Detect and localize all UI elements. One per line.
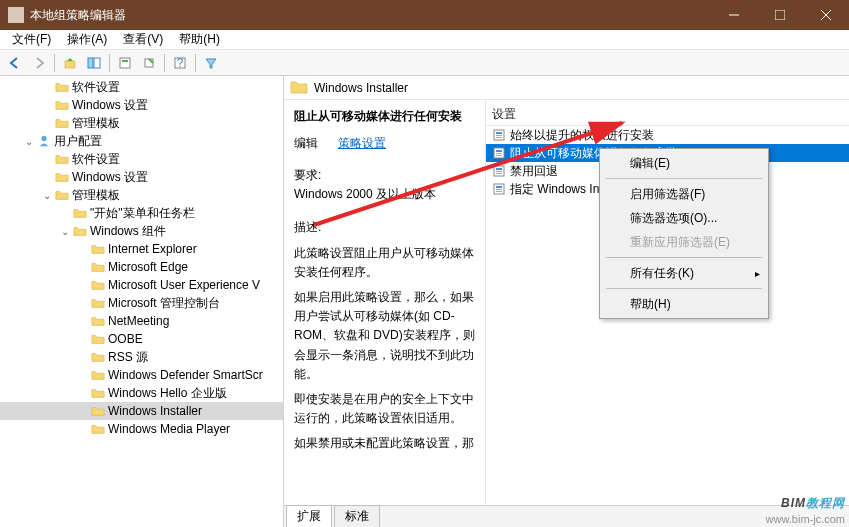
- tree-item-label: 管理模板: [72, 187, 120, 204]
- tree-item[interactable]: Windows Hello 企业版: [0, 384, 283, 402]
- folder-icon: [290, 80, 308, 96]
- menu-help[interactable]: 帮助(H): [602, 292, 766, 316]
- list-item-label: 禁用回退: [510, 163, 558, 180]
- export-button[interactable]: [138, 52, 160, 74]
- policy-icon: [492, 183, 506, 195]
- tree-item[interactable]: Microsoft Edge: [0, 258, 283, 276]
- svg-rect-19: [496, 153, 502, 154]
- close-button[interactable]: [803, 0, 849, 30]
- folder-icon: [90, 296, 106, 310]
- tree-item[interactable]: ⌄用户配置: [0, 132, 283, 150]
- tree-item-label: Windows 设置: [72, 169, 148, 186]
- menu-reapply-filter: 重新应用筛选器(E): [602, 230, 766, 254]
- app-icon: [8, 7, 24, 23]
- policy-icon: [492, 129, 506, 141]
- forward-button[interactable]: [28, 52, 50, 74]
- tree-item-label: Windows Installer: [108, 404, 202, 418]
- watermark: BIM教程网 www.bim-jc.com: [766, 487, 845, 525]
- tree-item-label: Internet Explorer: [108, 242, 197, 256]
- tree-item[interactable]: Microsoft User Experience V: [0, 276, 283, 294]
- edit-policy-row: 编辑策略设置: [294, 135, 475, 152]
- svg-rect-8: [122, 60, 128, 62]
- tab-standard[interactable]: 标准: [334, 505, 380, 527]
- tree-item[interactable]: Windows Defender SmartScr: [0, 366, 283, 384]
- policy-title: 阻止从可移动媒体进行任何安装: [294, 108, 475, 125]
- tree-item-label: Windows 设置: [72, 97, 148, 114]
- show-hide-tree-button[interactable]: [83, 52, 105, 74]
- svg-text:?: ?: [177, 56, 184, 70]
- list-item[interactable]: 始终以提升的权限进行安装: [486, 126, 849, 144]
- list-item-label: 始终以提升的权限进行安装: [510, 127, 654, 144]
- description-label: 描述:: [294, 218, 475, 237]
- tree-item-label: Windows Media Player: [108, 422, 230, 436]
- tree-item[interactable]: ⌄管理模板: [0, 186, 283, 204]
- menu-view[interactable]: 查看(V): [115, 29, 171, 50]
- menu-enable-filter[interactable]: 启用筛选器(F): [602, 182, 766, 206]
- folder-icon: [90, 278, 106, 292]
- folder-icon: [54, 98, 70, 112]
- tree-item[interactable]: "开始"菜单和任务栏: [0, 204, 283, 222]
- svg-rect-5: [88, 58, 93, 68]
- tree-item[interactable]: Internet Explorer: [0, 240, 283, 258]
- tree-item[interactable]: Microsoft 管理控制台: [0, 294, 283, 312]
- folder-icon: [90, 350, 106, 364]
- menu-filter-options[interactable]: 筛选器选项(O)...: [602, 206, 766, 230]
- tree-item[interactable]: Windows Installer: [0, 402, 283, 420]
- folder-icon: [90, 368, 106, 382]
- help-button[interactable]: ?: [169, 52, 191, 74]
- tree-item[interactable]: OOBE: [0, 330, 283, 348]
- context-menu: 编辑(E) 启用筛选器(F) 筛选器选项(O)... 重新应用筛选器(E) 所有…: [599, 148, 769, 319]
- tree-item-label: 用户配置: [54, 133, 102, 150]
- tree-item[interactable]: 软件设置: [0, 150, 283, 168]
- tab-extended[interactable]: 扩展: [286, 505, 332, 527]
- folder-icon: [90, 404, 106, 418]
- menu-file[interactable]: 文件(F): [4, 29, 59, 50]
- svg-rect-16: [496, 137, 502, 138]
- content-area: 软件设置Windows 设置管理模板⌄用户配置软件设置Windows 设置⌄管理…: [0, 76, 849, 527]
- maximize-button[interactable]: [757, 0, 803, 30]
- folder-icon: [72, 224, 88, 238]
- description-text: 如果禁用或未配置此策略设置，那: [294, 434, 475, 453]
- right-body: 阻止从可移动媒体进行任何安装 编辑策略设置 要求: Windows 2000 及…: [284, 100, 849, 505]
- minimize-button[interactable]: [711, 0, 757, 30]
- tree-item[interactable]: 软件设置: [0, 78, 283, 96]
- toolbar-separator: [195, 54, 196, 72]
- up-button[interactable]: [59, 52, 81, 74]
- tree-item[interactable]: ⌄Windows 组件: [0, 222, 283, 240]
- tree-item[interactable]: 管理模板: [0, 114, 283, 132]
- menu-action[interactable]: 操作(A): [59, 29, 115, 50]
- expand-icon[interactable]: ⌄: [22, 136, 36, 147]
- description-text: 此策略设置阻止用户从可移动媒体安装任何程序。: [294, 244, 475, 282]
- filter-button[interactable]: [200, 52, 222, 74]
- tree-item-label: Windows Hello 企业版: [108, 385, 227, 402]
- properties-button[interactable]: [114, 52, 136, 74]
- tree-item[interactable]: Windows 设置: [0, 96, 283, 114]
- description-text: 即使安装是在用户的安全上下文中运行的，此策略设置依旧适用。: [294, 390, 475, 428]
- watermark-brand: BIM教程网: [766, 487, 845, 513]
- expand-icon[interactable]: ⌄: [58, 226, 72, 237]
- edit-policy-link[interactable]: 策略设置: [338, 136, 386, 150]
- toolbar-separator: [109, 54, 110, 72]
- menu-edit[interactable]: 编辑(E): [602, 151, 766, 175]
- expand-icon[interactable]: ⌄: [40, 190, 54, 201]
- path-label: Windows Installer: [314, 81, 408, 95]
- navigation-tree[interactable]: 软件设置Windows 设置管理模板⌄用户配置软件设置Windows 设置⌄管理…: [0, 76, 284, 527]
- tree-item[interactable]: NetMeeting: [0, 312, 283, 330]
- details-pane: 阻止从可移动媒体进行任何安装 编辑策略设置 要求: Windows 2000 及…: [284, 100, 486, 505]
- tree-item[interactable]: RSS 源: [0, 348, 283, 366]
- folder-icon: [72, 206, 88, 220]
- back-button[interactable]: [4, 52, 26, 74]
- view-tabs: 扩展 标准: [284, 505, 849, 527]
- folder-icon: [90, 314, 106, 328]
- policy-icon: [492, 165, 506, 177]
- list-header[interactable]: 设置: [486, 104, 849, 126]
- folder-icon: [54, 152, 70, 166]
- tree-item[interactable]: Windows 设置: [0, 168, 283, 186]
- tree-item-label: Microsoft Edge: [108, 260, 188, 274]
- tree-item[interactable]: Windows Media Player: [0, 420, 283, 438]
- watermark-url: www.bim-jc.com: [766, 513, 845, 525]
- path-header: Windows Installer: [284, 76, 849, 100]
- tree-item-label: Microsoft 管理控制台: [108, 295, 220, 312]
- menu-all-tasks[interactable]: 所有任务(K): [602, 261, 766, 285]
- menu-help[interactable]: 帮助(H): [171, 29, 228, 50]
